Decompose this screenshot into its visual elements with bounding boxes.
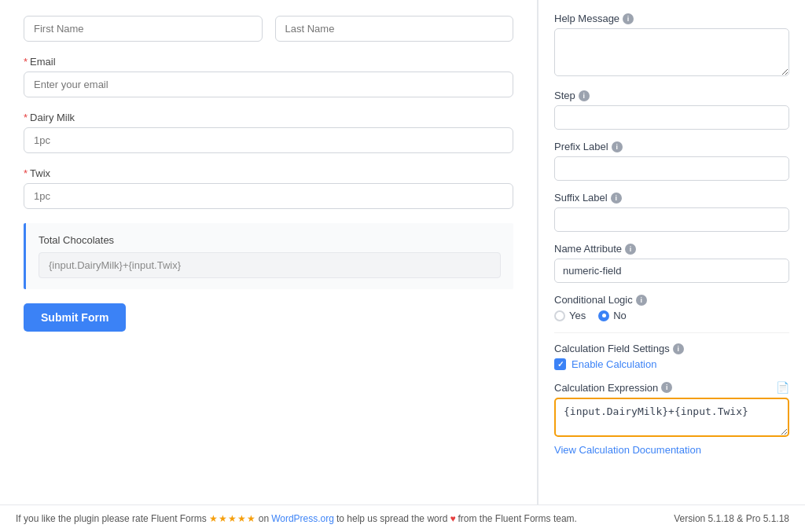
dairy-milk-required-star: * (24, 112, 28, 123)
radio-no[interactable]: No (598, 310, 627, 321)
prefix-input[interactable] (554, 156, 789, 181)
dairy-milk-input[interactable] (24, 127, 513, 153)
dairy-milk-group: * Dairy Milk (24, 112, 513, 153)
suffix-label-group: Suffix Label i (554, 192, 789, 232)
view-docs-link[interactable]: View Calculation Documentation (554, 444, 789, 456)
calc-field-settings-label: Calculation Field Settings i (554, 343, 789, 354)
radio-yes[interactable]: Yes (554, 310, 586, 321)
footer-on-text: on (259, 513, 269, 524)
name-attribute-group: Name Attribute i (554, 243, 789, 283)
help-message-group: Help Message i (554, 13, 789, 79)
suffix-label: Suffix Label i (554, 192, 789, 204)
enable-calc-checkbox[interactable] (554, 358, 566, 370)
help-message-label: Help Message i (554, 13, 789, 24)
calc-expression-header: Calculation Expression i 📄 (554, 381, 789, 394)
footer-text-3: from the Fluent Forms team. (458, 513, 577, 524)
footer-left: If you like the plugin please rate Fluen… (16, 513, 577, 524)
prefix-info-icon[interactable]: i (612, 141, 623, 152)
radio-yes-circle (554, 310, 565, 321)
radio-no-circle (598, 310, 609, 321)
step-info-icon[interactable]: i (579, 90, 590, 101)
first-name-input[interactable] (24, 16, 263, 42)
calc-expression-label: Calculation Expression i (554, 382, 672, 394)
conditional-logic-radio-group: Yes No (554, 310, 789, 321)
name-attribute-info-icon[interactable]: i (625, 244, 636, 255)
conditional-logic-group: Conditional Logic i Yes No (554, 294, 789, 321)
calculated-field-box: Total Chocolates {input.DairyMilk}+{inpu… (24, 223, 513, 289)
footer-stars: ★★★★★ (209, 513, 256, 524)
email-input[interactable] (24, 72, 513, 97)
expression-textarea-wrapper: {input.DairyMilk}+{input.Twix} (554, 398, 789, 439)
footer-wp-link[interactable]: WordPress.org (271, 513, 334, 524)
twix-group: * Twix (24, 167, 513, 209)
email-required-star: * (24, 56, 28, 68)
suffix-input[interactable] (554, 207, 789, 232)
calc-expression-group: Calculation Expression i 📄 {input.DairyM… (554, 381, 789, 456)
dairy-milk-label: * Dairy Milk (24, 112, 513, 123)
step-input[interactable] (554, 105, 789, 130)
footer: If you like the plugin please rate Fluen… (0, 504, 805, 532)
conditional-logic-info-icon[interactable]: i (636, 295, 647, 306)
twix-required-star: * (24, 167, 28, 179)
enable-calc-row[interactable]: Enable Calculation (554, 358, 789, 370)
footer-heart: ♥ (450, 513, 455, 524)
total-field-label: Total Chocolates (39, 234, 501, 246)
footer-text-1: If you like the plugin please rate Fluen… (16, 513, 207, 524)
email-group: * Email (24, 56, 513, 97)
last-name-input[interactable] (275, 16, 514, 42)
calc-expression-info-icon[interactable]: i (661, 382, 672, 393)
calc-field-settings-group: Calculation Field Settings i Enable Calc… (554, 332, 789, 370)
step-group: Step i (554, 90, 789, 130)
enable-calc-label: Enable Calculation (572, 358, 656, 370)
help-message-info-icon[interactable]: i (623, 13, 634, 24)
settings-panel: Help Message i Step i Prefix Label i Suf… (538, 0, 805, 504)
email-label: * Email (24, 56, 513, 68)
copy-doc-icon[interactable]: 📄 (776, 381, 789, 394)
twix-input[interactable] (24, 183, 513, 209)
help-message-textarea[interactable] (554, 28, 789, 76)
footer-version: Version 5.1.18 & Pro 5.1.18 (674, 513, 789, 524)
prefix-label: Prefix Label i (554, 141, 789, 152)
suffix-info-icon[interactable]: i (611, 193, 622, 204)
step-label: Step i (554, 90, 789, 101)
calc-field-settings-info-icon[interactable]: i (673, 343, 684, 354)
footer-text-2: to help us spread the word (336, 513, 447, 524)
name-attribute-label: Name Attribute i (554, 243, 789, 255)
form-preview: * Email * Dairy Milk * Twix Total Chocol… (0, 0, 538, 504)
twix-label: * Twix (24, 167, 513, 179)
prefix-label-group: Prefix Label i (554, 141, 789, 181)
submit-button[interactable]: Submit Form (24, 303, 126, 332)
name-attribute-input[interactable] (554, 259, 789, 283)
calculated-value: {input.DairyMilk}+{input.Twix} (39, 252, 501, 278)
name-row (24, 16, 513, 42)
conditional-logic-label: Conditional Logic i (554, 294, 789, 306)
calc-expression-textarea[interactable]: {input.DairyMilk}+{input.Twix} (554, 398, 789, 437)
